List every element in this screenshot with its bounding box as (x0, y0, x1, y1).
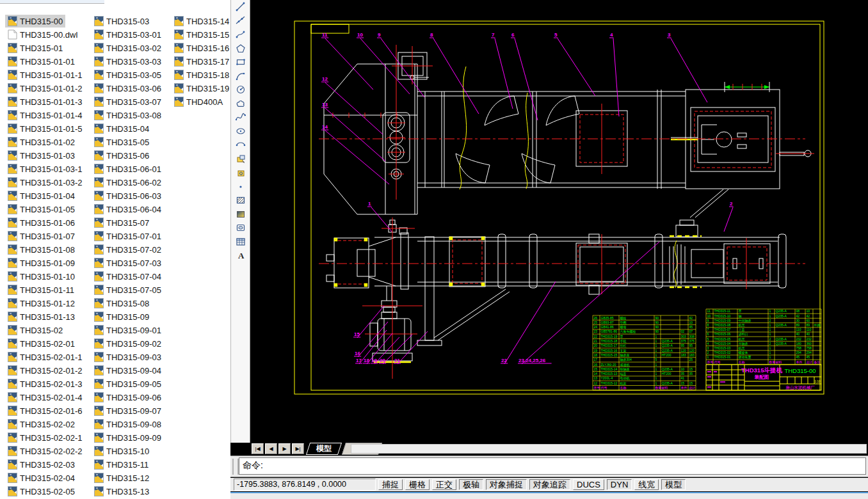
file-item[interactable]: THD315-01-06 (5, 216, 77, 229)
file-item[interactable]: THD315-01-03-2 (5, 176, 85, 189)
construction-line-icon[interactable] (232, 14, 249, 28)
toggle-捕捉[interactable]: 捕捉 (378, 479, 403, 490)
file-item[interactable]: THD315-01-01-5 (5, 122, 85, 135)
polyline-icon[interactable] (232, 28, 249, 42)
file-item[interactable]: THD315-07-01 (92, 230, 164, 242)
ellipse-icon[interactable] (232, 124, 249, 138)
file-item[interactable]: THD315-06-01 (92, 162, 164, 175)
file-item[interactable]: THD315-02-01-1 (5, 351, 85, 363)
file-item[interactable]: THD315-01 (5, 42, 65, 54)
file-item[interactable]: THD315-00.dwl (5, 28, 80, 41)
toggle-线宽[interactable]: 线宽 (634, 479, 659, 490)
toggle-对象追踪[interactable]: 对象追踪 (529, 479, 570, 490)
file-item[interactable]: THD315-01-01 (5, 55, 77, 68)
file-item[interactable]: THD315-04 (92, 122, 152, 135)
file-item[interactable]: THD315-01-01-3 (5, 95, 85, 108)
file-item[interactable]: THD315-01-03-1 (5, 162, 85, 175)
table-icon[interactable] (232, 235, 249, 249)
toggle-DUCS[interactable]: DUCS (573, 479, 604, 490)
file-item[interactable]: THD315-02-01-4 (5, 391, 85, 404)
file-item[interactable]: THD315-02-02-2 (5, 445, 85, 457)
gradient-icon[interactable] (232, 207, 249, 221)
file-item[interactable]: THD315-02-01-2 (5, 364, 85, 377)
file-item[interactable]: THD315-09-08 (92, 418, 164, 431)
file-item[interactable]: THD315-01-01-1 (5, 68, 85, 81)
insert-block-icon[interactable] (232, 152, 249, 166)
file-item[interactable]: THD315-09-01 (92, 324, 164, 337)
file-item[interactable]: THD315-02-01-6 (5, 404, 85, 417)
first-tab-icon[interactable]: |◀ (252, 443, 264, 454)
toggle-正交[interactable]: 正交 (432, 479, 456, 490)
file-item[interactable]: THD315-19 (172, 82, 232, 95)
file-item[interactable]: THD315-09 (92, 310, 152, 323)
cad-drawing[interactable]: 1110987654312131412151617181920212223,24… (250, 0, 868, 455)
file-item[interactable]: THD315-13 (92, 485, 152, 498)
file-item[interactable]: THD315-07-04 (92, 270, 164, 283)
file-item[interactable]: THD315-02 (5, 324, 65, 337)
make-block-icon[interactable] (232, 166, 249, 180)
file-item[interactable]: THD315-03-07 (92, 95, 164, 108)
multiline-text-icon[interactable]: A (232, 249, 249, 263)
file-item[interactable]: THD315-09-04 (92, 364, 164, 377)
file-item[interactable]: THD315-07-02 (92, 243, 164, 256)
file-item[interactable]: THD315-01-07 (5, 230, 77, 242)
file-item[interactable]: THD315-06 (92, 149, 152, 162)
toggle-模型[interactable]: 模型 (661, 479, 686, 490)
file-item[interactable]: THD315-10 (92, 445, 152, 457)
rectangle-icon[interactable] (232, 55, 249, 69)
file-item[interactable]: THD315-01-01-2 (5, 82, 85, 95)
file-item[interactable]: THD315-05 (92, 136, 152, 148)
file-item[interactable]: THD315-01-12 (5, 297, 77, 310)
file-item[interactable]: THD315-03-08 (92, 109, 164, 122)
prev-tab-icon[interactable]: ◀ (265, 443, 277, 454)
toggle-极轴[interactable]: 极轴 (459, 479, 483, 490)
file-item[interactable]: THD315-01-13 (5, 310, 77, 323)
polygon-icon[interactable] (232, 42, 249, 56)
file-item[interactable]: THD315-07-03 (92, 257, 164, 269)
file-item[interactable]: THD315-09-07 (92, 404, 164, 417)
file-item[interactable]: THD315-09-06 (92, 391, 164, 404)
file-item[interactable]: THD315-01-04 (5, 189, 77, 202)
tab-模型[interactable]: 模型 (306, 443, 342, 455)
toggle-对象捕捉[interactable]: 对象捕捉 (486, 479, 527, 490)
model-space-canvas[interactable]: 1110987654312131412151617181920212223,24… (250, 0, 868, 455)
file-item[interactable]: THD315-09-05 (92, 377, 164, 390)
file-item[interactable]: THD315-01-11 (5, 283, 77, 296)
file-item[interactable]: THD315-03 (92, 15, 152, 28)
file-item[interactable]: THD315-02-05 (5, 485, 77, 498)
file-item[interactable]: THD315-02-02 (5, 418, 77, 431)
ellipse-arc-icon[interactable] (232, 138, 249, 152)
hatch-icon[interactable] (232, 193, 249, 207)
file-item[interactable]: THD315-01-03 (5, 149, 77, 162)
file-item[interactable]: THD315-00 (5, 15, 65, 28)
file-item[interactable]: THD315-03-05 (92, 68, 164, 81)
file-item[interactable]: THD315-17 (172, 55, 232, 68)
file-item[interactable]: THD315-03-06 (92, 82, 164, 95)
file-item[interactable]: THD315-01-02 (5, 136, 77, 148)
file-item[interactable]: THD315-07 (92, 216, 152, 229)
toggle-栅格[interactable]: 栅格 (405, 479, 430, 490)
file-item[interactable]: THD315-06-04 (92, 203, 164, 216)
file-item[interactable]: THD400A (172, 95, 225, 108)
file-item[interactable]: THD315-02-03 (5, 458, 77, 471)
file-item[interactable]: THD315-12 (92, 471, 152, 484)
point-icon[interactable] (232, 180, 249, 194)
file-item[interactable]: THD315-02-04 (5, 471, 77, 484)
file-item[interactable]: THD315-01-09 (5, 257, 77, 269)
file-item[interactable]: THD315-07-05 (92, 283, 164, 296)
file-item[interactable]: THD315-14 (172, 15, 232, 28)
file-item[interactable]: THD315-01-08 (5, 243, 77, 256)
file-item[interactable]: THD315-03-03 (92, 55, 164, 68)
next-tab-icon[interactable]: ▶ (278, 443, 291, 454)
file-item[interactable]: THD315-16 (172, 42, 232, 54)
spline-icon[interactable] (232, 111, 249, 125)
file-item[interactable]: THD315-01-10 (5, 270, 77, 283)
file-item[interactable]: THD315-08 (92, 297, 152, 310)
file-item[interactable]: THD315-02-01-3 (5, 377, 85, 390)
file-item[interactable]: THD315-15 (172, 28, 232, 41)
file-item[interactable]: THD315-01-05 (5, 203, 77, 216)
region-icon[interactable] (232, 221, 249, 235)
command-input[interactable]: 命令: (239, 457, 866, 475)
file-item[interactable]: THD315-11 (92, 458, 151, 471)
file-item[interactable]: THD315-09-03 (92, 351, 164, 363)
